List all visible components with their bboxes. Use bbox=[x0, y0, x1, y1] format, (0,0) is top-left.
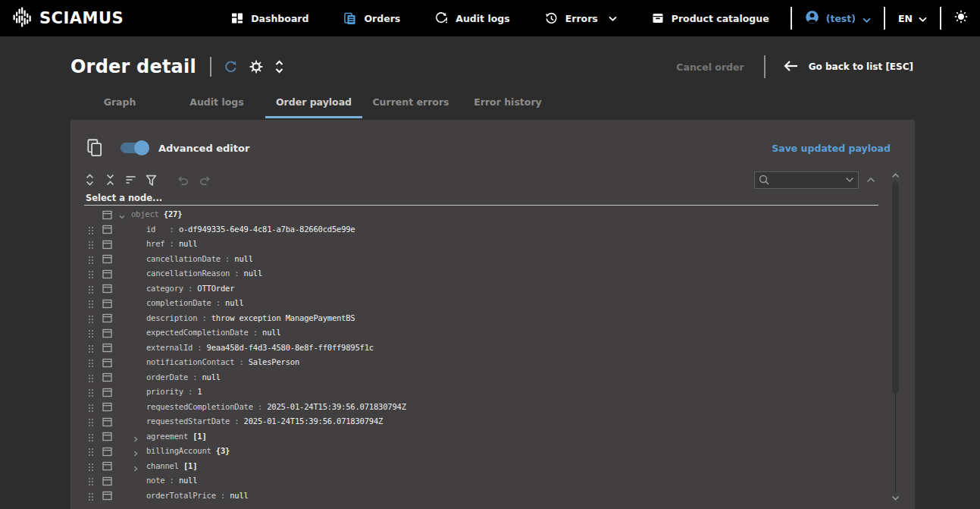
node-content: completionDate : null bbox=[84, 296, 901, 311]
key-value-separator: : bbox=[165, 476, 179, 485]
node-key: requestedCompletionDate bbox=[146, 402, 253, 411]
refresh-icon[interactable] bbox=[224, 60, 238, 74]
json-editor: Select a node... object {27}id : o-df949… bbox=[84, 170, 901, 509]
node-key: href bbox=[146, 239, 165, 248]
tree-row[interactable]: id : o-df949335-6e49-4c81-a7ba-82660cd5e… bbox=[84, 222, 901, 237]
user-menu[interactable]: (test) bbox=[805, 10, 871, 27]
root-node-label: object {27} bbox=[84, 207, 901, 222]
node-value: null bbox=[225, 298, 244, 307]
node-key: description bbox=[146, 313, 197, 322]
node-content: href : null bbox=[84, 237, 901, 252]
scrollbar-thumb[interactable] bbox=[892, 182, 899, 394]
key-value-separator: : bbox=[197, 313, 211, 322]
copy-icon[interactable] bbox=[87, 139, 102, 157]
node-value: 2025-01-24T15:39:56.071830794Z bbox=[267, 402, 406, 411]
tree-row[interactable]: cancellationReason : null bbox=[84, 266, 901, 281]
search-previous-icon[interactable] bbox=[866, 177, 875, 183]
tree-row[interactable]: orderTotalPrice : null bbox=[84, 489, 901, 504]
nav-item-product-catalogue[interactable]: Product catalogue bbox=[652, 12, 769, 24]
tree-row[interactable]: cancellationDate : null bbox=[84, 252, 901, 267]
header-actions: Cancel order Go back to list [ESC] bbox=[676, 55, 913, 78]
tab-error-history[interactable]: Error history bbox=[459, 86, 556, 118]
tree-row[interactable]: orderDate : null bbox=[84, 370, 901, 385]
sciamus-logo-icon bbox=[12, 7, 33, 30]
node-key: orderTotalPrice bbox=[146, 491, 216, 500]
advanced-editor-label: Advanced editor bbox=[158, 143, 249, 154]
nav-item-errors[interactable]: Errors bbox=[545, 12, 617, 25]
node-path-breadcrumb[interactable]: Select a node... bbox=[84, 192, 878, 206]
audit-logs-icon bbox=[435, 12, 448, 24]
node-type-icon[interactable] bbox=[102, 491, 112, 506]
tree-row[interactable]: description : throw exception ManagePaym… bbox=[84, 311, 901, 326]
scrollbar-track[interactable] bbox=[892, 181, 899, 492]
tree-row[interactable]: href : null bbox=[84, 237, 901, 252]
cancel-order-button[interactable]: Cancel order bbox=[676, 61, 744, 73]
node-key: id bbox=[146, 225, 165, 234]
expand-collapse-icon[interactable] bbox=[274, 60, 284, 74]
save-updated-payload-link[interactable]: Save updated payload bbox=[772, 143, 891, 154]
tab-graph[interactable]: Graph bbox=[71, 86, 168, 118]
nav-menu: Dashboard Orders bbox=[231, 12, 790, 25]
tree-row[interactable]: expectedCompletionDate : null bbox=[84, 325, 901, 341]
go-back-button[interactable]: Go back to list [ESC] bbox=[782, 60, 913, 74]
search-input[interactable] bbox=[773, 174, 842, 185]
node-content: agreement [1] bbox=[84, 429, 901, 445]
undo-icon[interactable] bbox=[177, 174, 189, 186]
node-value: throw exception ManagePaymentBS bbox=[211, 313, 355, 322]
tree-row[interactable]: requestedCompletionDate : 2025-01-24T15:… bbox=[84, 400, 901, 415]
collapse-all-icon[interactable] bbox=[105, 174, 116, 186]
tab-order-payload[interactable]: Order payload bbox=[265, 86, 362, 118]
user-label: (test) bbox=[826, 13, 856, 24]
theme-toggle-sun-icon[interactable] bbox=[954, 10, 968, 27]
scrollbar-up-icon[interactable] bbox=[891, 170, 900, 181]
node-key: requestedStartDate bbox=[146, 416, 230, 426]
language-menu[interactable]: EN bbox=[898, 13, 927, 24]
search-group bbox=[754, 171, 875, 189]
chevron-down-icon bbox=[919, 13, 927, 24]
nav-item-orders[interactable]: Orders bbox=[343, 12, 400, 25]
tree-row[interactable]: note : null bbox=[84, 473, 901, 489]
node-content: orderTotalPrice : null bbox=[84, 489, 901, 504]
settings-gear-icon[interactable] bbox=[249, 60, 263, 74]
search-box[interactable] bbox=[754, 171, 859, 189]
expand-all-icon[interactable] bbox=[84, 174, 95, 186]
search-next-icon[interactable] bbox=[845, 177, 854, 183]
editor-scrollbar[interactable] bbox=[889, 170, 901, 503]
tree-row[interactable]: externalId : 9eaa458d-f4d3-4580-8e8f-ff0… bbox=[84, 341, 901, 356]
node-content: description : throw exception ManagePaym… bbox=[84, 311, 901, 326]
tab-audit-logs[interactable]: Audit logs bbox=[168, 86, 265, 118]
sort-icon[interactable] bbox=[125, 174, 136, 185]
tree-row-root[interactable]: object {27} bbox=[84, 207, 901, 222]
node-content: cancellationDate : null bbox=[84, 252, 901, 267]
nav-item-audit-logs[interactable]: Audit logs bbox=[435, 12, 509, 24]
tree-row[interactable]: agreement [1] bbox=[84, 429, 901, 445]
tree-row[interactable]: notificationContact : SalesPerson bbox=[84, 355, 901, 370]
key-value-separator: : bbox=[230, 269, 243, 278]
tree-row[interactable]: requestedStartDate : 2025-01-24T15:39:56… bbox=[84, 414, 901, 429]
nav-item-dashboard[interactable]: Dashboard bbox=[231, 12, 308, 24]
key-value-separator: : bbox=[211, 298, 225, 307]
json-tree: object {27}id : o-df949335-6e49-4c81-a7b… bbox=[84, 207, 901, 503]
nav-separator bbox=[940, 7, 941, 30]
advanced-editor-toggle[interactable] bbox=[121, 143, 148, 153]
node-content: expectedCompletionDate : null bbox=[84, 325, 901, 341]
drag-handle-icon[interactable] bbox=[88, 492, 94, 507]
key-value-separator: : bbox=[230, 416, 243, 426]
tree-row[interactable]: priority : 1 bbox=[84, 385, 901, 400]
tree-row[interactable]: completionDate : null bbox=[84, 296, 901, 311]
node-value: 9eaa458d-f4d3-4580-8e8f-ff0ff9895f1c bbox=[207, 343, 374, 352]
node-content: externalId : 9eaa458d-f4d3-4580-8e8f-ff0… bbox=[84, 341, 901, 356]
node-content: orderDate : null bbox=[84, 370, 901, 385]
node-type-label: object bbox=[131, 209, 159, 218]
tree-row[interactable]: channel [1] bbox=[84, 459, 901, 474]
tree-row[interactable]: billingAccount {3} bbox=[84, 444, 901, 459]
title-separator bbox=[210, 57, 211, 77]
tab-current-errors[interactable]: Current errors bbox=[362, 86, 459, 118]
redo-icon[interactable] bbox=[199, 174, 211, 186]
filter-icon[interactable] bbox=[146, 174, 157, 186]
brand[interactable]: SCIAMUS bbox=[12, 7, 124, 30]
tree-row[interactable]: category : OTTOrder bbox=[84, 281, 901, 297]
brand-name: SCIAMUS bbox=[39, 9, 124, 27]
scrollbar-down-icon[interactable] bbox=[891, 492, 900, 503]
dashboard-icon bbox=[231, 12, 243, 24]
